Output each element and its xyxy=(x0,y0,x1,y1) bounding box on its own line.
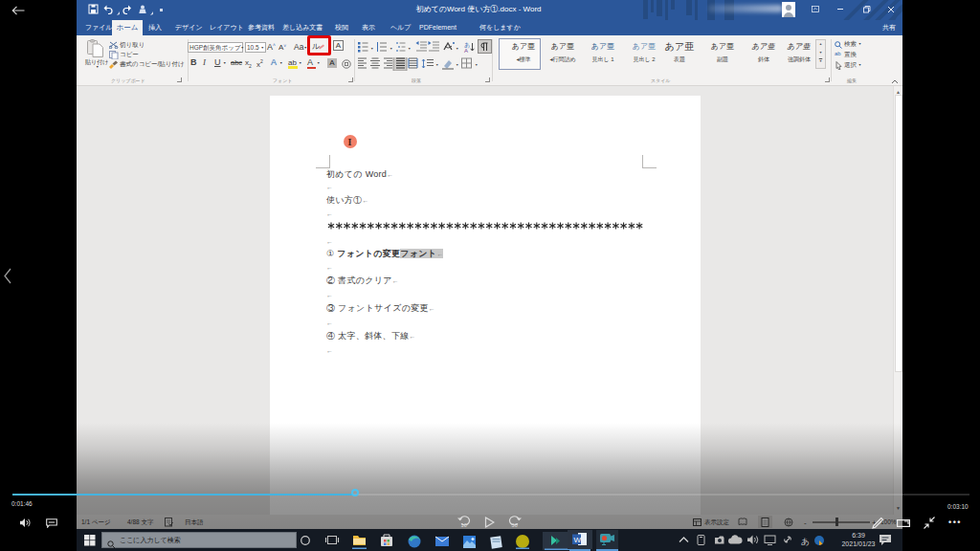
svg-text:あ: あ xyxy=(801,537,810,546)
svg-text:10: 10 xyxy=(461,522,467,528)
svg-text:W: W xyxy=(574,536,582,544)
svg-text:30: 30 xyxy=(512,522,518,528)
svg-text:▼: ▼ xyxy=(456,47,458,51)
svg-text:▼: ▼ xyxy=(370,47,373,51)
svg-text:▼: ▼ xyxy=(390,47,392,51)
svg-text:A: A xyxy=(464,48,468,54)
svg-text:▼: ▼ xyxy=(456,63,458,67)
svg-text:▼: ▼ xyxy=(435,63,438,67)
svg-text:▼: ▼ xyxy=(475,63,478,67)
svg-text:▼: ▼ xyxy=(408,47,411,51)
